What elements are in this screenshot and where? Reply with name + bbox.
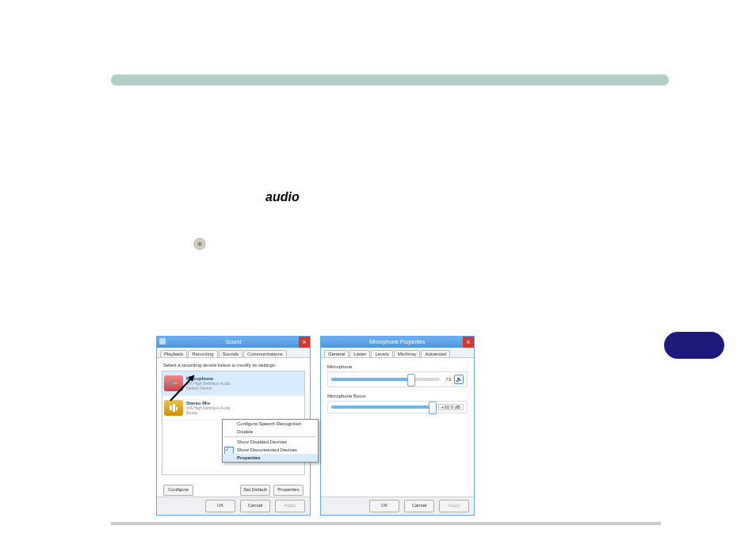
instruction-text: Select a recording device below to modif… (163, 363, 304, 367)
microphone-boost-value: +30.0 dB (438, 404, 464, 410)
slider-thumb[interactable] (407, 374, 415, 386)
micprops-tabs: General Listen Levels MicArray Advanced (321, 348, 474, 358)
menu-show-disconnected-label: Show Disconnected Devices (237, 447, 297, 452)
microphone-boost-label: Microphone Boost (327, 394, 468, 398)
ok-button[interactable]: OK (369, 500, 399, 512)
device-status: Ready (186, 410, 231, 415)
ok-button[interactable]: OK (205, 500, 235, 512)
footer-divider (111, 522, 661, 525)
menu-separator (224, 436, 316, 437)
menu-configure-speech[interactable]: Configure Speech Recognition (223, 420, 318, 428)
microphone-level-label: Microphone (327, 364, 468, 369)
micprops-dialog-buttons: OK Cancel Apply (321, 497, 474, 515)
properties-button[interactable]: Properties (273, 485, 304, 496)
microphone-device-icon (164, 375, 183, 391)
menu-show-disconnected[interactable]: Show Disconnected Devices (223, 446, 318, 454)
apply-button[interactable]: Apply (439, 500, 469, 512)
close-icon[interactable]: × (299, 337, 310, 348)
realtek-speaker-icon (193, 238, 206, 250)
device-text: Stereo Mix VIA High Definition Audio Rea… (186, 401, 231, 415)
microphone-level-slider[interactable] (331, 378, 440, 381)
slider-fill (331, 405, 435, 409)
menu-properties[interactable]: Properties (223, 454, 318, 462)
cancel-button[interactable]: Cancel (404, 500, 434, 512)
micprops-title: Microphone Properties (321, 337, 474, 348)
svg-point-2 (199, 243, 201, 246)
device-stereo-mix[interactable]: Stereo Mix VIA High Definition Audio Rea… (162, 396, 304, 421)
svg-rect-8 (176, 407, 178, 410)
sound-tabs: Playback Recording Sounds Communications (157, 348, 310, 358)
microphone-boost-group: Microphone Boost +30.0 dB (327, 394, 468, 413)
microphone-level-value: 73 (443, 377, 451, 382)
heading-audio: audio (265, 190, 300, 204)
microphone-level-row: 73 🔊 (327, 371, 468, 387)
microphone-properties-dialog: Microphone Properties × General Listen L… (320, 336, 475, 516)
close-icon[interactable]: × (463, 337, 474, 348)
configure-button[interactable]: Configure (163, 485, 193, 496)
microphone-boost-row: +30.0 dB (327, 401, 468, 413)
svg-rect-6 (170, 405, 172, 410)
micprops-titlebar: Microphone Properties × (321, 337, 474, 348)
context-menu: Configure Speech Recognition Disable Sho… (222, 419, 319, 463)
tab-advanced[interactable]: Advanced (421, 350, 450, 357)
stereo-mix-device-icon (164, 400, 183, 416)
tab-levels[interactable]: Levels (371, 350, 392, 357)
tab-recording[interactable]: Recording (188, 350, 217, 357)
speaker-icon[interactable]: 🔊 (454, 375, 464, 384)
sound-titlebar: Sound × (157, 337, 310, 348)
tab-micarray[interactable]: MicArray (394, 350, 421, 357)
device-list: Microphone VIA High Definition Audio Def… (162, 371, 305, 475)
set-default-button[interactable]: Set Default (240, 485, 270, 496)
slider-thumb[interactable] (429, 402, 437, 414)
side-pill-marker (664, 332, 724, 359)
tab-general[interactable]: General (324, 350, 349, 357)
sound-footer: Configure Set Default Properties (157, 483, 310, 497)
tab-playback[interactable]: Playback (160, 350, 187, 357)
device-text: Microphone VIA High Definition Audio Def… (186, 376, 231, 390)
section-divider-bar (111, 74, 669, 86)
tab-sounds[interactable]: Sounds (219, 350, 242, 357)
svg-rect-3 (159, 338, 166, 345)
svg-rect-7 (173, 404, 175, 412)
menu-disable[interactable]: Disable (223, 428, 318, 436)
tab-listen[interactable]: Listen (349, 350, 370, 357)
menu-show-disabled[interactable]: Show Disabled Devices (223, 438, 318, 446)
device-status: Default Device (186, 386, 231, 390)
sound-dialog: Sound × Playback Recording Sounds Commun… (156, 336, 311, 516)
sound-dialog-buttons: OK Cancel Apply (157, 497, 310, 515)
cancel-button[interactable]: Cancel (240, 500, 270, 512)
svg-rect-5 (173, 383, 178, 384)
microphone-boost-slider[interactable] (331, 405, 435, 409)
sound-title: Sound (157, 337, 310, 348)
microphone-level-group: Microphone 73 🔊 (327, 364, 468, 387)
slider-fill (331, 378, 410, 381)
apply-button[interactable]: Apply (275, 500, 305, 512)
system-icon (158, 337, 166, 345)
sound-body: Select a recording device below to modif… (157, 358, 310, 477)
device-microphone[interactable]: Microphone VIA High Definition Audio Def… (162, 371, 304, 396)
tab-communications[interactable]: Communications (243, 350, 287, 357)
